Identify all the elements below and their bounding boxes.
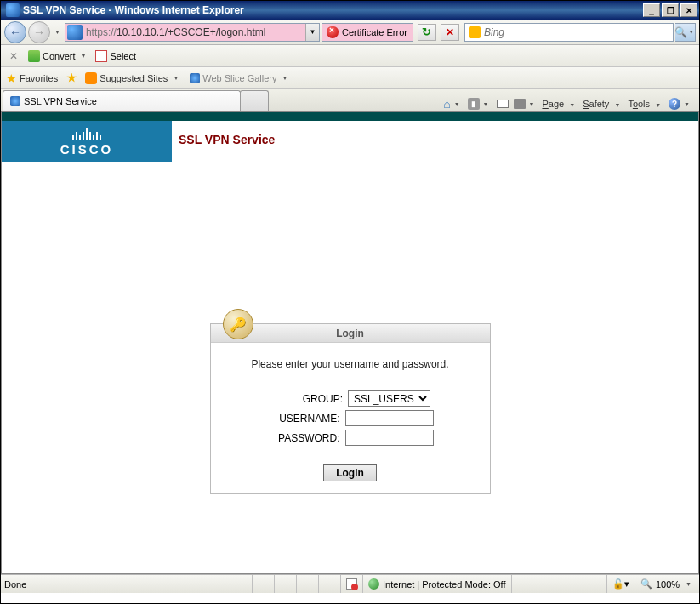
- help-button[interactable]: ?▼: [669, 98, 692, 110]
- status-cell-3: [296, 575, 318, 593]
- header-strip: [2, 112, 698, 121]
- refresh-button[interactable]: ↻: [418, 24, 436, 41]
- cisco-logo: CISCO: [2, 121, 172, 162]
- address-dropdown[interactable]: ▼: [305, 24, 319, 41]
- select-icon: [95, 50, 107, 62]
- window-titlebar: SSL VPN Service - Windows Internet Explo…: [1, 1, 699, 20]
- print-button[interactable]: ▼: [514, 99, 538, 109]
- select-button[interactable]: Select: [95, 50, 136, 62]
- cert-error-label: Certificate Error: [342, 27, 407, 37]
- tab-title: SSL VPN Service: [24, 96, 97, 106]
- magnifier-icon: 🔍: [674, 26, 687, 38]
- status-cell-2: [274, 575, 296, 593]
- site-icon: [67, 25, 83, 40]
- convert-toolbar: ✕ Convert ▼ Select: [1, 45, 699, 67]
- select-label: Select: [110, 51, 136, 61]
- stop-button[interactable]: ✕: [441, 24, 459, 41]
- cisco-bars-icon: [72, 127, 101, 140]
- status-spacer: [511, 575, 606, 593]
- service-title: SSL VPN Service: [172, 121, 282, 162]
- nav-history-dropdown[interactable]: ▼: [52, 29, 63, 35]
- page-menu[interactable]: Page ▼: [542, 99, 578, 109]
- login-button[interactable]: Login: [323, 464, 377, 481]
- zone-label: Internet | Protected Mode: Off: [383, 579, 506, 590]
- shield-error-icon: [327, 26, 339, 38]
- search-input[interactable]: [484, 26, 669, 38]
- login-message: Please enter your username and password.: [211, 343, 490, 390]
- favorites-bar: ★ Favorites Suggested Sites ▼ Web Slice …: [1, 67, 699, 89]
- bing-icon: [469, 26, 481, 38]
- status-bar: Done Internet | Protected Mode: Off 🔓▾ 🔍…: [1, 574, 699, 593]
- convert-button[interactable]: Convert ▼: [28, 50, 88, 62]
- tab-favicon: [10, 96, 20, 106]
- suggested-label: Suggested Sites: [100, 73, 168, 83]
- tab-active[interactable]: SSL VPN Service: [3, 90, 241, 111]
- slice-icon: [190, 73, 200, 83]
- security-zone[interactable]: Internet | Protected Mode: Off: [362, 575, 511, 593]
- home-icon: ⌂: [443, 97, 450, 111]
- address-bar[interactable]: https://10.10.10.1/+CSCOE+/logon.html ▼: [65, 23, 320, 42]
- status-text: Done: [1, 575, 252, 593]
- convert-label: Convert: [43, 51, 76, 61]
- login-area: Login Please enter your username and pas…: [2, 162, 698, 494]
- url-text[interactable]: https://10.10.10.1/+CSCOE+/logon.html: [84, 26, 305, 38]
- password-label: PASSWORD:: [267, 432, 340, 444]
- page-header: CISCO SSL VPN Service: [2, 121, 698, 162]
- certificate-error-button[interactable]: Certificate Error: [322, 23, 413, 42]
- favorites-button[interactable]: ★ Favorites: [6, 71, 58, 85]
- add-favorite-button[interactable]: [66, 73, 77, 83]
- username-label: USERNAME:: [267, 413, 340, 425]
- zoom-value: 100%: [656, 579, 680, 590]
- search-box[interactable]: [464, 23, 674, 42]
- tab-bar: SSL VPN Service ⌂▼ ▮▼ ▼ Page ▼ Safety ▼ …: [1, 89, 699, 111]
- web-slice-link[interactable]: Web Slice Gallery ▼: [190, 73, 290, 83]
- mail-icon: [497, 100, 509, 108]
- rss-icon: ▮: [468, 98, 480, 110]
- password-field[interactable]: [345, 430, 434, 446]
- group-label: GROUP:: [270, 393, 343, 405]
- username-field[interactable]: [345, 410, 434, 426]
- forward-button[interactable]: →: [28, 21, 50, 43]
- login-panel: Login Please enter your username and pas…: [210, 323, 491, 494]
- zoom-control[interactable]: 🔍 100% ▼: [635, 575, 699, 593]
- add-star-icon: [66, 73, 77, 83]
- slice-label: Web Slice Gallery: [202, 73, 276, 83]
- blocked-icon: [346, 578, 357, 590]
- feeds-button[interactable]: ▮▼: [468, 98, 492, 110]
- lock-icon: 🔓▾: [612, 578, 629, 590]
- key-icon: [223, 309, 253, 339]
- bulb-icon: [85, 72, 97, 84]
- zoom-icon: 🔍: [640, 578, 652, 590]
- help-icon: ?: [669, 98, 680, 110]
- protected-mode-toggle[interactable]: 🔓▾: [606, 575, 635, 593]
- cisco-brand-text: CISCO: [60, 142, 114, 157]
- new-tab-button[interactable]: [240, 90, 269, 111]
- status-cell-4: [318, 575, 340, 593]
- ie-icon: [6, 3, 20, 17]
- print-icon: [514, 99, 526, 109]
- status-cell-1: [252, 575, 274, 593]
- read-mail-button[interactable]: [497, 100, 509, 108]
- close-window-button[interactable]: ✕: [680, 3, 697, 17]
- login-form: GROUP: SSL_USERS USERNAME: PASSWORD:: [211, 390, 490, 458]
- minimize-button[interactable]: _: [643, 3, 660, 17]
- star-icon: ★: [6, 71, 17, 85]
- restore-button[interactable]: ❐: [662, 3, 679, 17]
- back-button[interactable]: ←: [4, 21, 26, 43]
- convert-icon: [28, 50, 40, 62]
- group-select[interactable]: SSL_USERS: [348, 390, 430, 407]
- close-toolbar-button[interactable]: ✕: [6, 50, 21, 62]
- popup-blocked-indicator[interactable]: [340, 575, 362, 593]
- tools-menu[interactable]: Tools ▼: [628, 99, 663, 109]
- command-bar: ⌂▼ ▮▼ ▼ Page ▼ Safety ▼ Tools ▼ ?▼: [438, 97, 697, 111]
- globe-icon: [368, 578, 379, 590]
- favorites-label: Favorites: [20, 73, 58, 83]
- suggested-sites-link[interactable]: Suggested Sites ▼: [85, 72, 181, 84]
- page-content: CISCO SSL VPN Service Login Please enter…: [1, 111, 699, 574]
- search-button[interactable]: 🔍▾: [675, 23, 696, 42]
- window-title: SSL VPN Service - Windows Internet Explo…: [23, 4, 643, 16]
- nav-toolbar: ← → ▼ https://10.10.10.1/+CSCOE+/logon.h…: [1, 20, 699, 45]
- safety-menu[interactable]: Safety ▼: [583, 99, 623, 109]
- home-button[interactable]: ⌂▼: [443, 97, 462, 111]
